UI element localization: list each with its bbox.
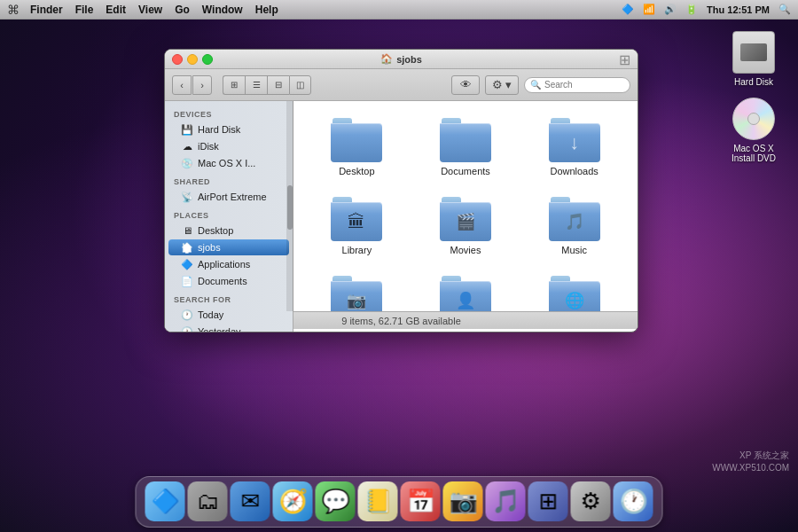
sidebar-item-today[interactable]: 🕐 Today xyxy=(168,307,289,323)
clock: Thu 12:51 PM xyxy=(707,4,770,15)
menu-file[interactable]: File xyxy=(75,4,94,16)
dock-item-ical[interactable]: 📅 xyxy=(401,481,441,521)
sidebar-item-macosx[interactable]: 💿 Mac OS X I... xyxy=(168,155,289,171)
sidebar-item-harddisk[interactable]: 💾 Hard Disk xyxy=(168,121,289,137)
dock-item-itunes[interactable]: 🎵 xyxy=(486,481,526,521)
sidebar-today-label: Today xyxy=(198,309,223,320)
file-item-documents[interactable]: Documents xyxy=(416,114,516,180)
file-item-library[interactable]: Library xyxy=(307,193,407,259)
dock-item-finder[interactable]: 🔷 xyxy=(145,481,185,521)
gear-arrow-icon: ▾ xyxy=(505,78,512,91)
dock-item-time[interactable]: 🕐 xyxy=(614,481,653,521)
dvd-image xyxy=(732,98,775,140)
dock-item-systemprefs[interactable]: ⚙ xyxy=(571,481,611,521)
dock-item-addressbook[interactable]: 📒 xyxy=(358,481,398,521)
sidebar-item-idisk[interactable]: ☁ iDisk xyxy=(168,138,289,154)
sidebar-applications-label: Applications xyxy=(198,259,250,270)
sidebar-item-sjobs[interactable]: 🏠 sjobs xyxy=(168,239,289,255)
folder-library-icon xyxy=(331,197,382,241)
folder-pictures-icon xyxy=(331,276,382,311)
file-item-downloads[interactable]: Downloads xyxy=(524,114,624,180)
menu-help[interactable]: Help xyxy=(255,4,278,16)
file-item-movies[interactable]: Movies xyxy=(416,193,516,259)
window-title: 🏠 sjobs xyxy=(380,53,422,65)
scrollbar-track[interactable] xyxy=(286,101,293,311)
bluetooth-icon[interactable]: 🔷 xyxy=(622,4,634,15)
sidebar-documents-label: Documents xyxy=(198,276,247,286)
search-input[interactable] xyxy=(544,80,624,90)
desktop-sidebar-icon: 🖥 xyxy=(181,224,193,237)
close-button[interactable] xyxy=(172,54,183,65)
search-icon: 🔍 xyxy=(530,80,541,90)
apple-menu[interactable]: ⌘ xyxy=(7,3,20,17)
dock-item-expose[interactable]: ⊞ xyxy=(528,481,568,521)
column-view-button[interactable]: ⊟ xyxy=(267,75,289,95)
folder-body-public xyxy=(440,281,491,311)
minimize-button[interactable] xyxy=(187,54,198,65)
home-icon: 🏠 xyxy=(181,241,193,254)
menu-go[interactable]: Go xyxy=(175,4,190,16)
dock: 🔷 🗂 ✉ 🧭 💬 📒 📅 📷 🎵 ⊞ ⚙ 🕐 xyxy=(136,476,663,528)
resize-handle[interactable]: ⊞ xyxy=(618,53,630,66)
dock-item-stacks[interactable]: 🗂 xyxy=(188,481,228,521)
menubar-items: Finder File Edit View Go Window Help xyxy=(30,4,278,16)
menubar: ⌘ Finder File Edit View Go Window Help 🔷… xyxy=(0,0,798,20)
battery-icon[interactable]: 🔋 xyxy=(685,4,698,15)
sidebar-item-airport[interactable]: 📡 AirPort Extreme xyxy=(168,189,289,205)
folder-body-downloads xyxy=(549,123,600,162)
status-text: 9 items, 62.71 GB available xyxy=(341,316,461,326)
sidebar-wrapper: DEVICES 💾 Hard Disk ☁ iDisk 💿 Mac OS X I… xyxy=(165,101,293,311)
list-view-button[interactable]: ☰ xyxy=(245,75,267,95)
forward-button[interactable]: › xyxy=(192,75,212,95)
gear-icon: ⚙ xyxy=(492,78,503,91)
sidebar-item-applications[interactable]: 🔷 Applications xyxy=(168,256,289,272)
dock-item-ichat[interactable]: 💬 xyxy=(316,481,356,521)
documents-sidebar-icon: 📄 xyxy=(181,275,193,287)
menu-view[interactable]: View xyxy=(138,4,162,16)
finder-body: DEVICES 💾 Hard Disk ☁ iDisk 💿 Mac OS X I… xyxy=(165,101,638,311)
sidebar-item-documents[interactable]: 📄 Documents xyxy=(168,273,289,289)
dock-item-safari[interactable]: 🧭 xyxy=(273,481,313,521)
back-button[interactable]: ‹ xyxy=(172,75,192,95)
title-bar: 🏠 sjobs ⊞ xyxy=(165,50,638,69)
flow-view-button[interactable]: ◫ xyxy=(289,75,311,95)
icon-view-button[interactable]: ⊞ xyxy=(223,75,245,95)
file-item-sites[interactable]: Sites xyxy=(524,272,624,311)
desktop-icon-dvd[interactable]: Mac OS X Install DVD xyxy=(723,98,785,163)
menu-edit[interactable]: Edit xyxy=(106,4,126,16)
sidebar-yesterday-label: Yesterday xyxy=(198,326,241,332)
maximize-button[interactable] xyxy=(202,54,213,65)
airport-icon: 📡 xyxy=(181,191,193,203)
volume-icon[interactable]: 🔊 xyxy=(664,4,677,15)
folder-sites-icon xyxy=(549,276,600,311)
file-item-music[interactable]: Music xyxy=(524,193,624,259)
folder-body-pictures xyxy=(331,281,382,311)
wifi-icon[interactable]: 📶 xyxy=(643,4,655,15)
search-box[interactable]: 🔍 xyxy=(524,77,630,93)
folder-body xyxy=(440,123,491,162)
sidebar-item-yesterday[interactable]: 🕐 Yesterday xyxy=(168,324,289,332)
file-item-public[interactable]: Public xyxy=(416,272,516,311)
file-grid: Desktop Documents xyxy=(307,114,624,311)
sidebar-item-desktop[interactable]: 🖥 Desktop xyxy=(168,223,289,239)
folder-public-icon xyxy=(440,276,491,311)
dock-item-mail[interactable]: ✉ xyxy=(231,481,270,521)
file-item-pictures[interactable]: Pictures xyxy=(307,272,407,311)
action-button[interactable]: ⚙ ▾ xyxy=(485,75,519,95)
file-documents-label: Documents xyxy=(441,166,490,176)
scrollbar-thumb[interactable] xyxy=(287,185,293,230)
desktop-icon-harddisk[interactable]: Hard Disk xyxy=(723,31,785,87)
spotlight-icon[interactable]: 🔍 xyxy=(778,4,791,15)
file-downloads-label: Downloads xyxy=(550,166,598,176)
sidebar-sjobs-label: sjobs xyxy=(198,242,221,253)
eye-button[interactable]: 👁 xyxy=(451,75,480,95)
dock-item-iphoto[interactable]: 📷 xyxy=(443,481,483,521)
menu-window[interactable]: Window xyxy=(202,4,243,16)
yesterday-icon: 🕐 xyxy=(181,325,193,332)
harddisk-sidebar-icon: 💾 xyxy=(181,123,193,136)
toolbar: ‹ › ⊞ ☰ ⊟ ◫ 👁 ⚙ ▾ 🔍 xyxy=(165,69,638,101)
sidebar-desktop-label: Desktop xyxy=(198,225,233,236)
folder-desktop-icon xyxy=(331,118,382,162)
menu-finder[interactable]: Finder xyxy=(30,4,63,16)
file-item-desktop[interactable]: Desktop xyxy=(307,114,407,180)
